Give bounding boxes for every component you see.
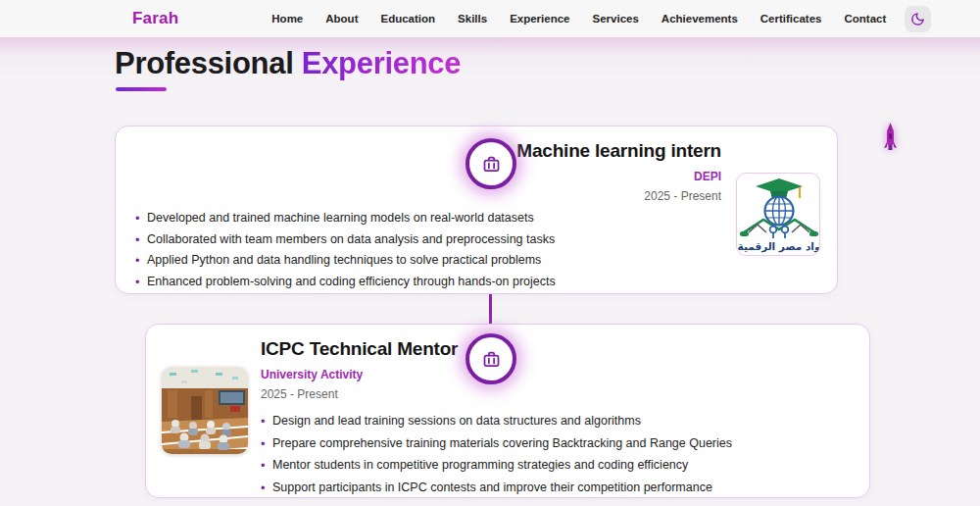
nav-item-skills[interactable]: Skills [458,13,487,25]
depi-logo: واد مصر الرقمية [736,173,820,256]
title-underline [116,87,167,91]
experience-bullet: Developed and trained machine learning m… [135,211,556,225]
briefcase-badge [466,333,516,384]
experience-bullet: Applied Python and data handling techniq… [135,253,556,267]
header: Farah Home About Education Skills Experi… [0,0,980,37]
classroom-photo [162,367,248,454]
page-title-primary: Professional [115,46,302,80]
experience-bullet-list: Design and lead training sessions on dat… [261,414,732,494]
page-title: Professional Experience [115,46,461,81]
experience-bullet-list: Developed and trained machine learning m… [135,211,556,295]
experience-card-ml-intern: Developed and trained machine learning m… [115,126,838,294]
experience-bullet: Design and lead training sessions on dat… [261,414,732,428]
nav-item-certificates[interactable]: Certificates [760,13,822,25]
main-nav: Home About Education Skills Experience S… [271,13,886,25]
experience-bullet: Collaborated with team members on data a… [135,232,556,246]
depi-logo-caption: واد مصر الرقمية [738,240,820,253]
moon-icon [910,12,925,26]
theme-toggle-button[interactable] [905,6,931,32]
nav-item-about[interactable]: About [325,13,358,25]
experience-organization: DEPI [516,170,721,183]
nav-item-experience[interactable]: Experience [510,13,569,25]
nav-item-education[interactable]: Education [380,13,435,25]
experience-title: Machine learning intern [516,140,721,162]
experience-bullet: Prepare comprehensive training materials… [261,436,732,450]
nav-item-achievements[interactable]: Achievements [662,13,738,25]
page-title-accent: Experience [302,46,461,80]
briefcase-badge [466,138,516,189]
experience-bullet: Enhanced problem-solving and coding effi… [135,275,556,288]
experience-period: 2025 - Present [516,189,721,203]
nav-item-contact[interactable]: Contact [844,13,886,25]
experience-bullet: Support participants in ICPC contests an… [261,481,732,494]
experience-period: 2025 - Present [261,387,732,401]
experience-bullet: Mentor students in competitive programmi… [261,458,732,472]
brand-logo[interactable]: Farah [132,9,178,28]
nav-item-services[interactable]: Services [593,13,639,25]
experience-card-icpc-mentor: ICPC Technical Mentor University Activit… [145,324,870,498]
briefcase-icon [481,154,502,175]
nav-item-home[interactable]: Home [271,13,303,25]
scroll-to-top-rocket-icon[interactable] [883,123,898,153]
experience-meta: Machine learning intern DEPI 2025 - Pres… [516,140,721,203]
briefcase-icon [481,349,502,370]
